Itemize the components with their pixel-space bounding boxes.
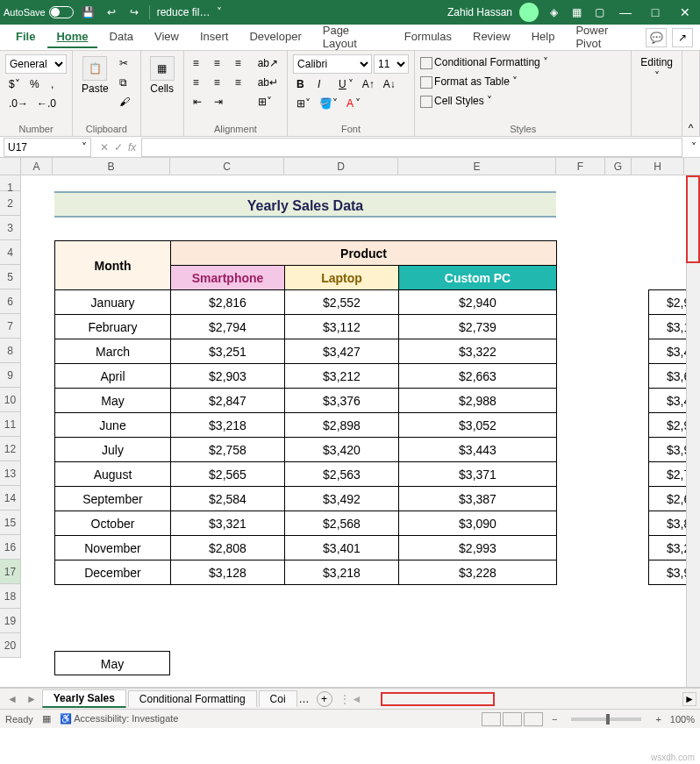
formula-input[interactable]: [141, 138, 682, 157]
sheet-tab-truncated[interactable]: Coi: [259, 690, 297, 707]
row-header[interactable]: 11: [0, 412, 21, 437]
table-cell[interactable]: $3,420: [285, 438, 399, 462]
table-cell[interactable]: January: [55, 290, 171, 315]
table-cell[interactable]: $2,816: [171, 290, 285, 315]
normal-view-button[interactable]: [482, 712, 501, 726]
column-headers[interactable]: ABCDEFGH: [0, 158, 700, 175]
bold-button[interactable]: B: [293, 75, 312, 93]
borders-button[interactable]: ⊞˅: [293, 95, 314, 112]
cell-styles-button[interactable]: Cell Styles ˅: [420, 93, 625, 109]
sheet-tab-more[interactable]: …: [299, 693, 310, 705]
zoom-in-button[interactable]: +: [655, 714, 661, 725]
zoom-slider[interactable]: [571, 718, 641, 721]
table-cell[interactable]: $2,568: [285, 511, 399, 536]
name-box[interactable]: U17˅: [4, 138, 91, 157]
font-name-select[interactable]: Calibri: [293, 54, 372, 74]
table-cell[interactable]: $2,565: [171, 462, 285, 487]
orientation-button[interactable]: ab↗: [254, 54, 282, 72]
editing-button[interactable]: Editing ˅: [637, 54, 676, 84]
sheet-tab-yearly-sales[interactable]: Yearly Sales: [42, 689, 126, 708]
currency-button[interactable]: $˅: [5, 75, 25, 93]
chevron-down-icon[interactable]: ˅: [217, 6, 222, 18]
row-headers[interactable]: 1234567891011121314151617181920: [0, 175, 21, 658]
table-cell[interactable]: $3,112: [285, 315, 399, 339]
increase-decimal-button[interactable]: .0→: [5, 95, 32, 112]
toggle-off-icon[interactable]: [49, 6, 74, 18]
tab-review[interactable]: Review: [464, 26, 519, 48]
table-cell[interactable]: $3,427: [285, 339, 399, 364]
table-cell[interactable]: $3,443: [399, 438, 557, 462]
increase-font-button[interactable]: A↑: [359, 75, 378, 93]
table-cell[interactable]: March: [55, 339, 171, 364]
align-right-button[interactable]: ≡: [232, 74, 251, 91]
redo-icon[interactable]: ↪: [126, 4, 142, 20]
align-center-button[interactable]: ≡: [211, 74, 230, 91]
row-header[interactable]: 19: [0, 609, 21, 633]
table-cell[interactable]: $2,847: [171, 389, 285, 413]
table-cell[interactable]: $2,794: [171, 315, 285, 339]
comma-button[interactable]: ,: [47, 75, 67, 93]
tab-view[interactable]: View: [146, 26, 188, 48]
table-cell[interactable]: $2,903: [171, 364, 285, 389]
zoom-out-button[interactable]: −: [552, 714, 557, 725]
new-sheet-button[interactable]: +: [317, 691, 332, 707]
row-header[interactable]: 8: [0, 339, 21, 363]
row-header[interactable]: 5: [0, 265, 21, 289]
maximize-button[interactable]: □: [644, 5, 667, 19]
chevron-down-icon[interactable]: ˅: [82, 141, 87, 154]
format-painter-button[interactable]: 🖌: [116, 93, 135, 111]
table-cell[interactable]: $2,808: [171, 536, 285, 561]
align-bottom-button[interactable]: ≡: [232, 54, 251, 72]
table-cell[interactable]: $2,563: [285, 462, 399, 487]
save-icon[interactable]: 💾: [81, 4, 96, 20]
fill-color-button[interactable]: 🪣˅: [316, 95, 341, 112]
table-cell[interactable]: September: [55, 487, 171, 511]
font-size-select[interactable]: 11: [374, 54, 409, 74]
sheet-tab-conditional-formatting[interactable]: Conditional Formatting: [128, 690, 257, 707]
zoom-level[interactable]: 100%: [670, 714, 695, 725]
table-cell[interactable]: February: [55, 315, 171, 339]
minimize-button[interactable]: —: [614, 5, 637, 19]
table-cell[interactable]: $2,993: [399, 536, 557, 561]
spreadsheet-grid[interactable]: ABCDEFGH 1234567891011121314151617181920…: [0, 158, 700, 688]
row-header[interactable]: 18: [0, 584, 21, 609]
table-cell[interactable]: June: [55, 413, 171, 438]
col-header[interactable]: H: [632, 158, 684, 175]
tab-page-layout[interactable]: Page Layout: [314, 20, 392, 55]
table-cell[interactable]: $3,387: [399, 487, 557, 511]
row-header[interactable]: 15: [0, 511, 21, 535]
fx-icon[interactable]: fx: [128, 141, 136, 154]
col-header[interactable]: D: [284, 158, 398, 175]
autosave-toggle[interactable]: AutoSave: [4, 6, 74, 18]
share-button[interactable]: ↗: [672, 28, 693, 47]
paste-button[interactable]: 📋 Paste: [78, 54, 112, 96]
table-cell[interactable]: $2,584: [171, 487, 285, 511]
col-header[interactable]: G: [605, 158, 632, 175]
table-cell[interactable]: $2,739: [399, 315, 557, 339]
table-cell[interactable]: October: [55, 511, 171, 536]
col-header[interactable]: C: [170, 158, 284, 175]
tab-insert[interactable]: Insert: [191, 26, 238, 48]
grid-icon[interactable]: ▦: [568, 4, 584, 20]
wrap-text-button[interactable]: ab↵: [254, 74, 282, 91]
macro-record-icon[interactable]: ▦: [42, 713, 51, 725]
decrease-font-button[interactable]: A↓: [380, 75, 399, 93]
avatar[interactable]: [519, 3, 539, 22]
table-cell[interactable]: $3,218: [285, 561, 399, 585]
table-cell[interactable]: $3,228: [399, 561, 557, 585]
table-cell[interactable]: May: [55, 389, 171, 413]
merge-button[interactable]: ⊞˅: [254, 93, 282, 111]
table-cell[interactable]: $3,322: [399, 339, 557, 364]
table-cell[interactable]: $2,758: [171, 438, 285, 462]
row-header[interactable]: 12: [0, 437, 21, 461]
row-header[interactable]: 17: [0, 560, 21, 584]
align-top-button[interactable]: ≡: [189, 54, 209, 72]
table-cell[interactable]: $3,090: [399, 511, 557, 536]
row-header[interactable]: 13: [0, 461, 21, 486]
table-cell[interactable]: December: [55, 561, 171, 585]
page-break-view-button[interactable]: [524, 712, 543, 726]
format-as-table-button[interactable]: Format as Table ˅: [420, 74, 625, 89]
cells-button[interactable]: ▦ Cells: [146, 54, 178, 96]
collapse-ribbon-button[interactable]: ^: [682, 51, 700, 136]
row-header[interactable]: 4: [0, 240, 21, 265]
